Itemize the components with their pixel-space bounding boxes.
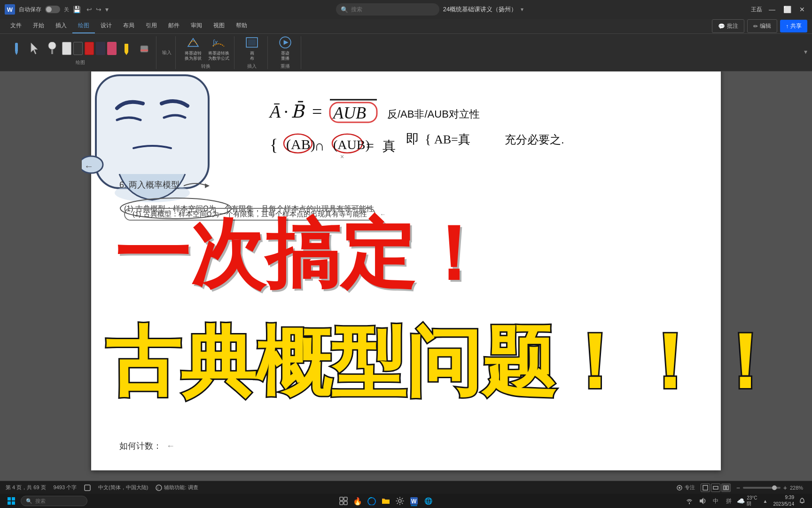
- convert-shape-button[interactable]: 将墨迹转换为形状: [181, 35, 205, 61]
- word-taskbar-icon: W: [409, 496, 419, 506]
- start-button[interactable]: [5, 496, 18, 506]
- customize-button[interactable]: ▾: [105, 6, 109, 13]
- notifications-button[interactable]: [797, 496, 807, 506]
- replay-label: 墨迹重播: [281, 51, 289, 61]
- taskbar-search[interactable]: 🔍: [21, 496, 87, 506]
- canvas-label: 画布: [250, 51, 254, 61]
- convert-shape-icon: [185, 35, 202, 49]
- brush-round-button[interactable]: [44, 40, 60, 57]
- count-label-area: 如何计数： ←: [119, 440, 175, 452]
- taskbar-word-active[interactable]: W: [409, 496, 419, 506]
- tab-view[interactable]: 视图: [208, 19, 230, 33]
- input-mode-icon[interactable]: 拼: [724, 496, 734, 506]
- user-name: 王磊: [751, 6, 762, 14]
- svg-rect-58: [344, 501, 347, 505]
- title-search-input[interactable]: [351, 6, 426, 13]
- taskbar-app-edge[interactable]: [367, 496, 377, 506]
- folder-icon: [382, 497, 390, 505]
- input-mode-label: 拼: [726, 497, 732, 505]
- tray-expand-button[interactable]: ▲: [760, 496, 771, 506]
- canvas-button[interactable]: 画布: [240, 35, 264, 61]
- svg-marker-39: [205, 183, 210, 188]
- tab-home[interactable]: 开始: [27, 19, 50, 33]
- status-bar: 第 4 页，共 69 页 9493 个字 中文(简体，中国大陆) i 辅助功能:…: [0, 481, 812, 494]
- view-web-icon: [713, 485, 718, 491]
- tab-references[interactable]: 引用: [140, 19, 163, 33]
- restore-button[interactable]: ⬜: [782, 4, 792, 15]
- view-web-button[interactable]: [711, 484, 720, 492]
- svg-rect-8: [141, 49, 148, 51]
- svg-text:即: 即: [406, 132, 419, 146]
- pen-color-red[interactable]: [85, 42, 94, 55]
- svg-rect-50: [726, 486, 728, 490]
- title-search-bar[interactable]: 🔍: [336, 3, 439, 16]
- windows-icon: [7, 497, 16, 505]
- network-icon[interactable]: [684, 496, 695, 506]
- svg-point-59: [398, 500, 401, 502]
- tab-mail[interactable]: 邮件: [163, 19, 185, 33]
- tab-insert[interactable]: 插入: [50, 19, 72, 33]
- autosave-label: 自动保存: [19, 6, 41, 14]
- weather-temp: 23°C: [747, 495, 757, 500]
- convert-math-button[interactable]: ∫x 将墨迹转换为数学公式: [207, 35, 230, 61]
- tab-file[interactable]: 文件: [5, 19, 27, 33]
- weather-widget[interactable]: ☁️ 23°C 阴: [737, 495, 757, 507]
- svg-marker-1: [15, 52, 18, 55]
- clock-date: 2023/5/14: [773, 501, 795, 508]
- focus-button[interactable]: 专注: [676, 484, 695, 491]
- svg-text:W: W: [411, 498, 417, 505]
- tab-review[interactable]: 审阅: [185, 19, 208, 33]
- transform-tools: 将墨迹转换为形状 ∫x 将墨迹转换为数学公式: [181, 35, 230, 61]
- svg-rect-52: [12, 497, 15, 500]
- eraser-button[interactable]: [136, 40, 152, 57]
- taskbar-app-5[interactable]: 🌐: [423, 496, 433, 506]
- title-center: 🔍 24概统基础课讲义（扬州） ▾: [113, 3, 746, 16]
- count-label: 如何计数：: [119, 441, 162, 451]
- taskbar-app-flame[interactable]: 🔥: [352, 496, 363, 506]
- minimize-button[interactable]: —: [767, 4, 777, 15]
- cursor-button[interactable]: [26, 40, 42, 57]
- svg-text:(AB): (AB): [286, 136, 315, 152]
- autosave-toggle[interactable]: [45, 6, 60, 13]
- pen-draw-button[interactable]: [8, 40, 24, 57]
- task-view-button[interactable]: [338, 496, 349, 506]
- view-read-button[interactable]: [721, 484, 731, 492]
- svg-text:(AUB): (AUB): [333, 137, 370, 152]
- taskbar-search-input[interactable]: [35, 498, 82, 504]
- tab-help[interactable]: 帮助: [230, 19, 253, 33]
- volume-icon[interactable]: [697, 496, 708, 506]
- comment-button[interactable]: 💬 批注: [712, 19, 744, 33]
- share-button[interactable]: ↑ 共享: [780, 20, 807, 32]
- pen-color-navy[interactable]: [96, 42, 105, 55]
- taskbar-app-folder[interactable]: [381, 496, 391, 506]
- ime-icon[interactable]: 中: [710, 496, 721, 506]
- view-print-button[interactable]: [701, 484, 710, 492]
- tab-design[interactable]: 设计: [95, 19, 117, 33]
- highlighter-button[interactable]: [118, 40, 134, 57]
- zoom-slider[interactable]: [743, 487, 781, 489]
- zoom-in-button[interactable]: +: [783, 484, 787, 492]
- highlighter-icon: [121, 42, 132, 55]
- zoom-out-button[interactable]: −: [736, 484, 740, 492]
- ribbon-expand[interactable]: ▾: [804, 48, 807, 57]
- replay-button[interactable]: 墨迹重播: [273, 35, 297, 61]
- pen-color-dark[interactable]: [73, 42, 83, 55]
- undo-button[interactable]: ↩: [86, 6, 92, 13]
- pen-color-white[interactable]: [62, 42, 71, 55]
- tab-layout[interactable]: 布局: [117, 19, 140, 33]
- doc-title-dropdown[interactable]: ▾: [521, 6, 523, 13]
- doc-page: ← Ā · B̄ = AUB 反/AB非/AUB对立性 {: [91, 66, 721, 470]
- taskbar-left: 🔍: [5, 496, 87, 506]
- svg-text:=: =: [366, 138, 374, 153]
- save-button[interactable]: 💾: [73, 6, 81, 13]
- system-clock[interactable]: 9:39 2023/5/14: [773, 494, 795, 508]
- edit-button[interactable]: ✏ 编辑: [747, 19, 777, 33]
- close-button[interactable]: ✕: [797, 4, 807, 15]
- pen-color-pink[interactable]: [107, 42, 117, 55]
- weather-icon: ☁️: [737, 497, 745, 505]
- redo-button[interactable]: ↪: [96, 6, 102, 13]
- taskbar-app-settings[interactable]: [395, 496, 405, 506]
- tab-draw[interactable]: 绘图: [72, 19, 95, 33]
- svg-point-43: [156, 485, 162, 491]
- svg-text:{: {: [270, 135, 278, 154]
